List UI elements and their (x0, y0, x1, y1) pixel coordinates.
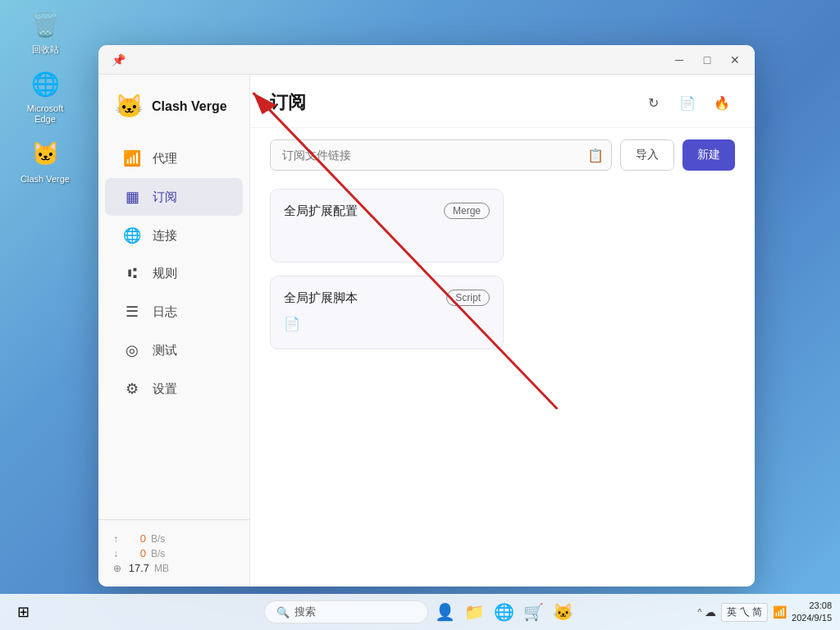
subscription-label: 订阅 (153, 189, 177, 205)
subscription-input-wrapper: 📋 (270, 139, 612, 171)
sidebar-footer: ↑ 0 B/s ↓ 0 B/s ⊕ 17.7 MB (98, 519, 249, 587)
total-traffic-row: ⊕ 17.7 MB (113, 562, 235, 574)
minimize-button[interactable]: ─ (666, 48, 692, 71)
flame-button[interactable]: 🔥 (709, 89, 735, 116)
download-unit: B/s (151, 548, 165, 559)
sidebar-item-proxy[interactable]: 📶 代理 (105, 139, 243, 177)
taskbar-store-icon[interactable]: 🛒 (520, 599, 546, 625)
cards-area: 全局扩展配置 Merge 全局扩展脚本 Script 📄 (250, 179, 755, 587)
download-icon: ↓ (113, 548, 118, 559)
page-title: 订阅 (270, 90, 306, 115)
taskbar-center: 🔍 搜索 👤 📁 🌐 🛒 🐱 (264, 599, 576, 625)
subscription-icon: ▦ (123, 188, 141, 206)
app-logo-icon: 🐱 (115, 93, 144, 120)
window-controls: ─ □ ✕ (666, 48, 748, 71)
desktop: 🗑️ 回收站 🌐 Microsoft Edge 🐱 Clash Verge 📌 … (0, 0, 840, 630)
sidebar-item-logs[interactable]: ☰ 日志 (105, 293, 243, 331)
rules-icon: ⑆ (123, 265, 141, 282)
taskbar-right: ^ ☁ 英 乀 简 📶 23:08 2024/9/15 (697, 600, 832, 625)
clash-verge-desktop-icon[interactable]: 🐱 Clash Verge (16, 138, 74, 185)
card-title-2: 全局扩展脚本 (284, 290, 358, 306)
script-file-icon[interactable]: 📄 (284, 317, 300, 331)
sidebar-item-rules[interactable]: ⑆ 规则 (105, 255, 243, 292)
content-header: 订阅 ↻ 📄 🔥 (250, 75, 755, 128)
system-tray: ^ ☁ (697, 605, 716, 619)
taskbar-edge-icon[interactable]: 🌐 (491, 599, 517, 625)
app-title: Clash Verge (152, 99, 227, 114)
card-title-1: 全局扩展配置 (284, 203, 358, 219)
sidebar-nav: 📶 代理 ▦ 订阅 🌐 连接 ⑆ 规则 (98, 135, 249, 519)
taskbar-datetime[interactable]: 23:08 2024/9/15 (792, 600, 832, 625)
desktop-icons-area: 🗑️ 回收站 🌐 Microsoft Edge 🐱 Clash Verge (16, 8, 74, 185)
start-button[interactable]: ⊞ (8, 597, 38, 627)
clash-verge-label: Clash Verge (21, 174, 70, 185)
search-icon: 🔍 (276, 606, 290, 619)
settings-icon: ⚙ (123, 380, 141, 398)
pin-button[interactable]: 📌 (105, 48, 131, 71)
download-traffic-row: ↓ 0 B/s (113, 547, 235, 559)
taskbar: ⊞ 🔍 搜索 👤 📁 🌐 🛒 🐱 ^ ☁ 英 乀 简 📶 23:08 2024 (0, 594, 840, 630)
upload-icon: ↑ (113, 533, 118, 545)
taskbar-search[interactable]: 🔍 搜索 (264, 600, 428, 623)
refresh-button[interactable]: ↻ (640, 89, 666, 116)
card-header-2: 全局扩展脚本 Script (284, 290, 490, 306)
subscription-url-input[interactable] (270, 139, 612, 171)
edge-icon[interactable]: 🌐 Microsoft Edge (16, 67, 74, 125)
new-button[interactable]: 新建 (682, 139, 735, 171)
test-label: 测试 (153, 343, 177, 358)
rules-label: 规则 (153, 266, 177, 281)
taskbar-date: 2024/9/15 (792, 612, 832, 624)
upload-value: 0 (123, 532, 146, 545)
close-button[interactable]: ✕ (722, 48, 748, 71)
clipboard-icon[interactable]: 📋 (587, 148, 604, 163)
sidebar-item-connections[interactable]: 🌐 连接 (105, 217, 243, 254)
document-button[interactable]: 📄 (674, 89, 701, 116)
sidebar-item-subscription[interactable]: ▦ 订阅 (105, 178, 243, 216)
taskbar-left: ⊞ (8, 597, 38, 627)
taskbar-folder-icon[interactable]: 📁 (461, 599, 487, 625)
global-extend-config-card[interactable]: 全局扩展配置 Merge (270, 189, 504, 262)
ime-indicator[interactable]: 英 乀 简 (721, 603, 768, 622)
import-button[interactable]: 导入 (620, 139, 674, 171)
edge-label: Microsoft Edge (16, 103, 74, 125)
test-icon: ◎ (123, 341, 141, 359)
header-actions: ↻ 📄 🔥 (640, 89, 735, 116)
app-window: 📌 ─ □ ✕ 🐱 Clash Verge 📶 代理 (98, 45, 755, 587)
title-bar: 📌 ─ □ ✕ (98, 45, 755, 75)
taskbar-clash-icon[interactable]: 🐱 (550, 599, 576, 625)
merge-badge[interactable]: Merge (444, 203, 490, 219)
settings-label: 设置 (153, 381, 177, 397)
total-value: 17.7 (126, 562, 149, 574)
proxy-icon: 📶 (123, 149, 141, 167)
network-icon[interactable]: 📶 (773, 605, 787, 619)
recycle-bin-icon[interactable]: 🗑️ 回收站 (16, 8, 74, 55)
connections-label: 连接 (153, 228, 177, 244)
global-extend-script-card[interactable]: 全局扩展脚本 Script 📄 (270, 276, 504, 349)
search-placeholder: 搜索 (294, 605, 316, 619)
upload-traffic-row: ↑ 0 B/s (113, 532, 235, 545)
cloud-icon[interactable]: ☁ (705, 605, 716, 619)
main-content: 订阅 ↻ 📄 🔥 📋 导入 新建 (250, 75, 755, 587)
globe-icon: ⊕ (113, 563, 121, 574)
total-unit: MB (154, 563, 169, 574)
proxy-label: 代理 (153, 151, 177, 167)
taskbar-person-icon[interactable]: 👤 (431, 599, 458, 625)
taskbar-time: 23:08 (809, 600, 832, 612)
sidebar-header: 🐱 Clash Verge (98, 75, 249, 135)
sidebar-item-settings[interactable]: ⚙ 设置 (105, 370, 243, 408)
logs-icon: ☰ (123, 303, 141, 321)
subscription-toolbar: 📋 导入 新建 (250, 128, 755, 179)
chevron-up-icon[interactable]: ^ (697, 607, 701, 617)
recycle-bin-label: 回收站 (32, 44, 59, 55)
app-body: 🐱 Clash Verge 📶 代理 ▦ 订阅 🌐 连接 (98, 75, 755, 587)
card-header-1: 全局扩展配置 Merge (284, 203, 490, 219)
download-value: 0 (123, 547, 146, 559)
upload-unit: B/s (151, 533, 165, 545)
connections-icon: 🌐 (123, 226, 141, 244)
maximize-button[interactable]: □ (694, 48, 720, 71)
script-badge[interactable]: Script (446, 290, 490, 306)
sidebar-item-test[interactable]: ◎ 测试 (105, 331, 243, 369)
logs-label: 日志 (153, 304, 177, 320)
sidebar: 🐱 Clash Verge 📶 代理 ▦ 订阅 🌐 连接 (98, 75, 250, 587)
